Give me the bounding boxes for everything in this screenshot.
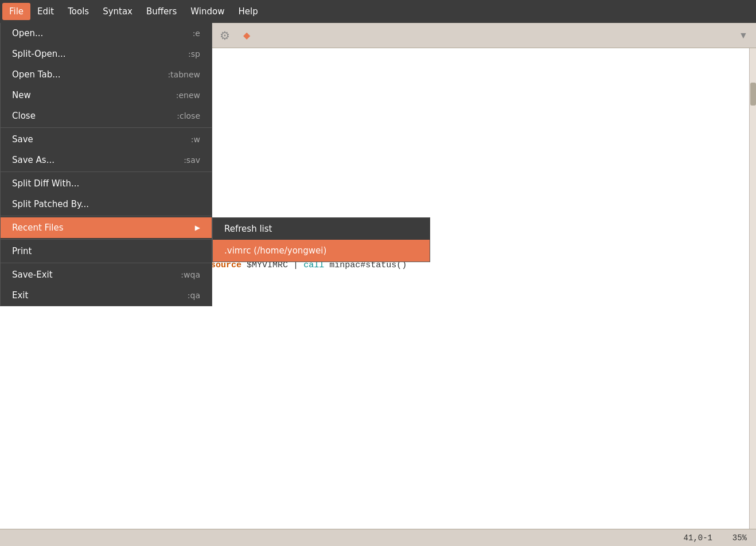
menu-help[interactable]: Help	[231, 3, 264, 20]
separator-2	[1, 171, 212, 172]
scrollbar[interactable]	[749, 48, 756, 529]
settings-button[interactable]: ⚙	[215, 26, 235, 45]
statusbar: 41,0-1 35%	[0, 529, 756, 546]
file-dropdown: Open... :e Split-Open... :sp Open Tab...…	[0, 23, 212, 306]
menu-recent-files[interactable]: Recent Files ▶	[1, 217, 212, 238]
menu-tools[interactable]: Tools	[61, 3, 96, 20]
menu-new[interactable]: New :enew	[1, 85, 212, 106]
menu-exit[interactable]: Exit :qa	[1, 285, 212, 306]
separator-3	[1, 216, 212, 216]
menu-split-patched[interactable]: Split Patched By...	[1, 194, 212, 214]
separator-5	[1, 263, 212, 263]
menu-open[interactable]: Open... :e	[1, 23, 212, 44]
menu-edit[interactable]: Edit	[30, 3, 61, 20]
menubar: File Edit Tools Syntax Buffers Window He…	[0, 0, 756, 23]
separator-4	[1, 239, 212, 240]
menu-split-open[interactable]: Split-Open... :sp	[1, 44, 212, 64]
menu-syntax[interactable]: Syntax	[96, 3, 139, 20]
recent-refresh[interactable]: Refresh list	[213, 218, 430, 240]
menu-save[interactable]: Save :w	[1, 129, 212, 150]
menu-print[interactable]: Print	[1, 241, 212, 262]
scrollbar-thumb[interactable]	[750, 83, 756, 106]
menu-file[interactable]: File	[2, 3, 30, 20]
menu-open-tab[interactable]: Open Tab... :tabnew	[1, 64, 212, 85]
menu-buffers[interactable]: Buffers	[139, 3, 184, 20]
menu-close[interactable]: Close :close	[1, 106, 212, 126]
dropdown-button[interactable]: ▼	[733, 26, 754, 45]
menu-split-diff[interactable]: Split Diff With...	[1, 173, 212, 194]
menu-window[interactable]: Window	[184, 3, 231, 20]
recent-files-dropdown: Refresh list .vimrc (/home/yongwei)	[212, 217, 430, 262]
separator-1	[1, 127, 212, 128]
recent-vimrc[interactable]: .vimrc (/home/yongwei)	[213, 240, 430, 262]
status-position: 41,0-1	[684, 533, 712, 543]
status-percent: 35%	[712, 533, 747, 543]
menu-save-as[interactable]: Save As... :sav	[1, 150, 212, 170]
color-button[interactable]: ◆	[236, 26, 257, 45]
menu-save-exit[interactable]: Save-Exit :wqa	[1, 264, 212, 285]
